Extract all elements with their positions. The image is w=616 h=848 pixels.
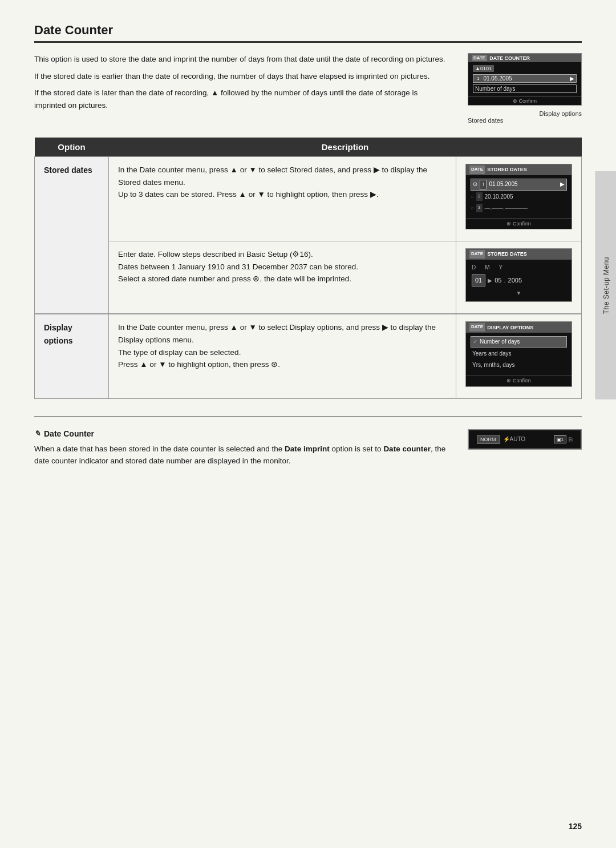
caption-stored-dates: Stored dates [468,117,582,124]
main-table: Option Description Stored dates In the D… [34,138,582,399]
cam-header-stored1: DATE STORED DATES [466,164,572,175]
intro-para-2: If the stored date is earlier than the d… [34,70,451,83]
note-image: NORM ⚡AUTO ▣1 ⎘ [468,429,582,450]
option-stored-dates: Stored dates [35,157,109,314]
cam-header-date-counter: DATE DATE COUNTER [468,54,581,62]
table-row-stored-dates-2: Enter date. Follow steps described in Ba… [35,241,582,314]
img-stored-dates-2: DATE STORED DATES D M Y 01 ▶ 05 [456,241,582,314]
option-display: Displayoptions [35,314,109,398]
cam-row-date: 1 01.05.2005 ▶ [473,74,577,83]
note-icon: ✎ [34,429,40,438]
stored-row-1: ⊙ 1 01.05.2005 ▶ [471,179,567,191]
col-desc-header: Description [109,138,582,157]
cam-header-stored2: DATE STORED DATES [466,249,572,260]
stored-row-2: ○ 2 20.10.2005 [471,192,567,202]
sidebar-label: The Set-up Menu [602,257,610,314]
cam-row-numdays: Number of days [473,84,577,93]
disp-row-3: Yrs, mnths, days [471,360,567,370]
cam-header-display: DATE DISPLAY OPTIONS [466,322,572,333]
intro-text: This option is used to store the date an… [34,53,451,124]
col-option-header: Option [35,138,109,157]
intro-para-1: This option is used to store the date an… [34,53,451,66]
cam-footer-stored1: ⊛ Confirm [466,218,572,229]
img-display-options: DATE DISPLAY OPTIONS ✓ Number of days Ye… [456,314,582,398]
monitor-right: ▣1 ⎘ [554,435,573,443]
page-title: Date Counter [34,23,582,43]
note-text: When a date that has been stored in the … [34,443,451,467]
caption-display-options: Display options [468,110,582,117]
stored-row-3: ○ 3 —.——.———— [471,203,567,213]
bottom-monitor: NORM ⚡AUTO ▣1 ⎘ [468,429,582,450]
disp-row-2: Years and days [471,349,567,359]
img-stored-dates-1: DATE STORED DATES ⊙ 1 01.05.2005 ▶ [456,157,582,241]
date-tri-down: ▼ [472,289,566,298]
right-sidebar: The Set-up Menu [595,171,616,399]
table-row-display-options: Displayoptions In the Date counter menu,… [35,314,582,398]
page-number: 125 [569,822,582,831]
desc-stored-dates-1: In the Date counter menu, press ▲ or ▼ t… [109,157,456,241]
note-section: ✎ Date Counter When a date that has been… [34,416,582,467]
date-badge: ▣1 [554,435,566,443]
cam-row-count: ▲0101 [473,64,577,72]
note-content: ✎ Date Counter When a date that has been… [34,429,451,467]
cam-footer-display: ⊛ Confirm [466,375,572,386]
desc-stored-dates-2: Enter date. Follow steps described in Ba… [109,241,456,314]
disp-row-1: ✓ Number of days [471,336,567,348]
cam-footer-confirm: ⊛ Confirm [468,96,581,105]
date-values: 01 ▶ 05 . 2005 [472,274,566,287]
desc-display-options: In the Date counter menu, press ▲ or ▼ t… [109,314,456,398]
intro-para-3: If the stored date is later than the dat… [34,87,451,111]
date-labels: D M Y [472,263,566,272]
monitor-left: NORM ⚡AUTO [477,435,525,444]
date-counter-screenshot: DATE DATE COUNTER ▲0101 1 01.05.2005 ▶ N… [468,53,582,124]
note-title: ✎ Date Counter [34,429,451,438]
table-row-stored-dates-1: Stored dates In the Date counter menu, p… [35,157,582,241]
